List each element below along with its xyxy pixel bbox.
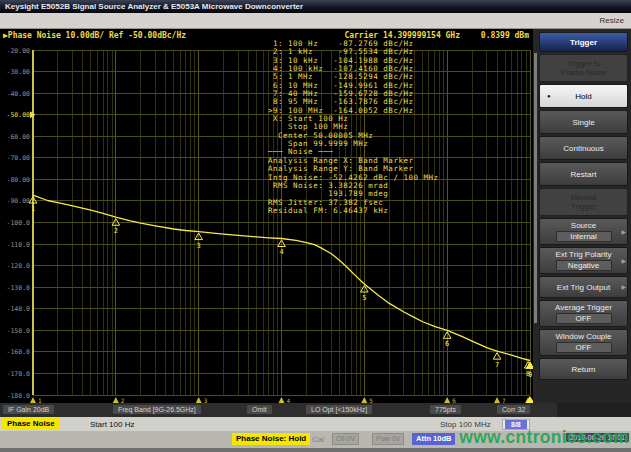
start-frequency-label: Start 100 Hz: [90, 420, 134, 429]
ctl-voltage-status: Ctl 0V: [332, 433, 359, 445]
y-axis-labels: -20.00-30.00-40.00-50.00-60.00-70.00-80.…: [7, 47, 36, 400]
measurement-status-items: IF Gain 20dB Freq Band [9G-26.5GHz] Omit…: [0, 403, 557, 417]
svg-text:3: 3: [197, 242, 201, 250]
svg-text:-170.0: -170.0: [7, 370, 31, 378]
softkey-sidebar: Trigger Trigger toPhase NoiseHold●Single…: [533, 29, 631, 403]
power-voltage-status: Pow 0V: [372, 433, 404, 445]
submenu-arrow-icon: ▶: [621, 256, 626, 265]
if-gain-status: IF Gain 20dB: [3, 405, 54, 414]
softkey-single[interactable]: Single: [539, 110, 628, 134]
points-status: 775pts: [430, 405, 461, 414]
softkey-source[interactable]: SourceInternal▶: [539, 218, 628, 245]
svg-text:-40.00: -40.00: [7, 90, 31, 98]
svg-text:-30.00: -30.00: [7, 68, 31, 76]
softkey-manual-trigger: ManualTrigger: [539, 188, 628, 216]
softkey-ext-trig-polarity[interactable]: Ext Trig PolarityNegative▶: [539, 247, 628, 274]
measurement-status-bar: IF Gain 20dB Freq Band [9G-26.5GHz] Omit…: [0, 403, 631, 417]
softkey-value: OFF: [556, 313, 612, 324]
trace-header: ▶Phase Noise 10.00dB/ Ref -50.00dBc/Hz C…: [0, 31, 533, 43]
trace-scale-label[interactable]: ▶Phase Noise 10.00dB/ Ref -50.00dBc/Hz: [3, 31, 186, 43]
svg-text:-180.0: -180.0: [7, 392, 31, 400]
softkey-window-couple[interactable]: Window CoupleOFF: [539, 329, 628, 356]
trace-tab-phase-noise[interactable]: Phase Noise: [2, 418, 60, 430]
softkey-average-trigger[interactable]: Average TriggerOFF: [539, 300, 628, 327]
freq-band-status: Freq Band [9G-26.5GHz]: [113, 405, 201, 414]
svg-text:-70.00: -70.00: [7, 154, 31, 162]
svg-text:-110.0: -110.0: [7, 241, 31, 249]
softkey-trigger-to-phase-noise: Trigger toPhase Noise: [539, 54, 628, 82]
marker-readout: 1: 100 Hz -87.2769 dBc/Hz 2: 1 kHz -97.5…: [268, 40, 439, 215]
svg-text:4: 4: [279, 248, 283, 256]
softkey-return[interactable]: Return: [539, 358, 628, 380]
attenuator-status-badge: Attn 10dB: [412, 433, 455, 445]
measurement-state-badge: Phase Noise: Hold: [232, 433, 310, 445]
carrier-power: 0.8399 dBm: [481, 31, 529, 40]
svg-text:7: 7: [495, 361, 499, 369]
softkey-value: OFF: [556, 342, 612, 353]
softkey-label: Manual: [570, 193, 596, 202]
svg-text:2: 2: [114, 227, 118, 235]
svg-text:-80.00: -80.00: [7, 176, 31, 184]
svg-text:-100.0: -100.0: [7, 219, 31, 227]
svg-text:-160.0: -160.0: [7, 348, 31, 356]
selected-bullet-icon: ●: [547, 92, 551, 101]
softkey-label: Trigger: [571, 202, 596, 211]
correlation-status: Corr 32: [497, 405, 530, 414]
softkey-label: Trigger to: [567, 59, 601, 68]
softkey-label: Ext Trig Output: [557, 283, 610, 292]
softkey-list: Trigger toPhase NoiseHold●SingleContinuo…: [539, 54, 628, 380]
svg-text:-130.0: -130.0: [7, 284, 31, 292]
app-window: Keysight E5052B Signal Source Analyzer &…: [0, 0, 631, 452]
window-title: Keysight E5052B Signal Source Analyzer &…: [5, 2, 303, 11]
svg-text:-50.00: -50.00: [7, 111, 31, 119]
softkey-restart[interactable]: Restart: [539, 162, 628, 186]
window-bottom-edge: [0, 448, 631, 452]
softkey-menu-title: Trigger: [539, 32, 628, 52]
submenu-arrow-icon: ▶: [621, 283, 626, 292]
instrument-screen: ▶Phase Noise 10.00dB/ Ref -50.00dBc/Hz C…: [0, 29, 533, 403]
softkey-label: Source: [571, 221, 596, 230]
lo-opt-status: LO Opt [<150kHz]: [306, 405, 372, 414]
softkey-value: Internal: [556, 231, 612, 242]
svg-text:9: 9: [528, 371, 532, 379]
phase-noise-plot: -20.00-30.00-40.00-50.00-60.00-70.00-80.…: [0, 43, 533, 405]
svg-text:-120.0: -120.0: [7, 262, 31, 270]
softkey-label: Ext Trig Polarity: [555, 250, 611, 259]
softkey-label: Single: [572, 118, 594, 127]
softkey-label: Hold: [575, 92, 591, 101]
softkey-label: Return: [571, 365, 595, 374]
svg-text:-90.00: -90.00: [7, 197, 31, 205]
window-titlebar[interactable]: Keysight E5052B Signal Source Analyzer &…: [0, 0, 631, 13]
svg-text:-20.00: -20.00: [7, 47, 31, 55]
status-bar-filler: [557, 403, 631, 417]
menu-bar: Resize: [0, 13, 631, 29]
svg-text:-150.0: -150.0: [7, 327, 31, 335]
watermark-text: www.cntronics.com: [459, 427, 629, 448]
main-area: ▶Phase Noise 10.00dB/ Ref -50.00dBc/Hz C…: [0, 29, 631, 403]
softkey-value: Negative: [556, 260, 612, 271]
softkey-label: Average Trigger: [555, 303, 612, 312]
softkey-label: Restart: [571, 170, 597, 179]
submenu-arrow-icon: ▶: [621, 227, 626, 236]
softkey-label: Continuous: [563, 144, 603, 153]
svg-text:-60.00: -60.00: [7, 133, 31, 141]
softkey-label: Phase Noise: [561, 68, 606, 77]
softkey-label: Window Couple: [555, 332, 611, 341]
svg-text:1: 1: [31, 205, 35, 213]
softkey-hold[interactable]: Hold●: [539, 84, 628, 108]
svg-text:6: 6: [445, 340, 449, 348]
svg-text:5: 5: [362, 294, 366, 302]
softkey-ext-trig-output[interactable]: Ext Trig Output▶: [539, 276, 628, 298]
softkey-continuous[interactable]: Continuous: [539, 136, 628, 160]
svg-text:-140.0: -140.0: [7, 305, 31, 313]
omit-status: Omit: [247, 405, 272, 414]
resize-button[interactable]: Resize: [600, 16, 624, 25]
cal-status: Cal: [312, 435, 324, 444]
